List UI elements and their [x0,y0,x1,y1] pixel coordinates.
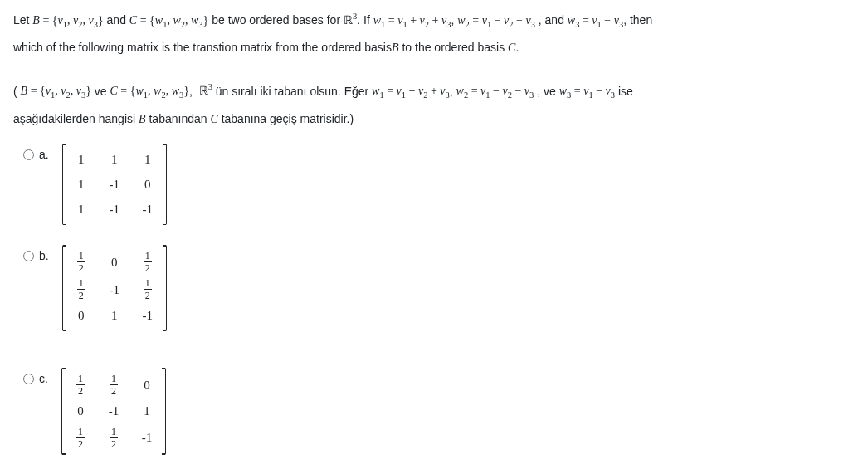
radio-b[interactable] [23,251,34,261]
question-en-line2: which of the following matrix is the tra… [13,38,855,57]
matrix-b: 12 0 12 12 -1 12 0 1 -1 [62,245,167,331]
question-text: Let B = {v1, v2, v3} and C = {w1, w2, w3… [13,10,855,129]
option-c[interactable]: c. 12 12 0 0 -1 1 12 12 [23,368,855,454]
option-label: a. [39,145,49,164]
question-tr-line2: aşağıdakilerden hangisi B tabanından C t… [13,110,855,129]
option-a[interactable]: a. 111 1-10 1-1-1 [23,144,855,225]
radio-c[interactable] [23,374,34,384]
option-b[interactable]: b. 12 0 12 12 -1 12 0 1 [23,245,855,331]
matrix-c: 12 12 0 0 -1 1 12 12 -1 [61,368,166,454]
matrix-a: 111 1-10 1-1-1 [62,144,167,225]
question-tr-line1: ( B = {v1, v2, v3} ve C = {w1, w2, w3}, … [13,81,855,103]
radio-a[interactable] [23,149,34,160]
options-list: a. 111 1-10 1-1-1 b. 12 0 [13,144,855,469]
question-en-line1: Let B = {v1, v2, v3} and C = {w1, w2, w3… [13,10,855,32]
option-label: b. [39,247,49,265]
option-label: c. [39,369,48,388]
